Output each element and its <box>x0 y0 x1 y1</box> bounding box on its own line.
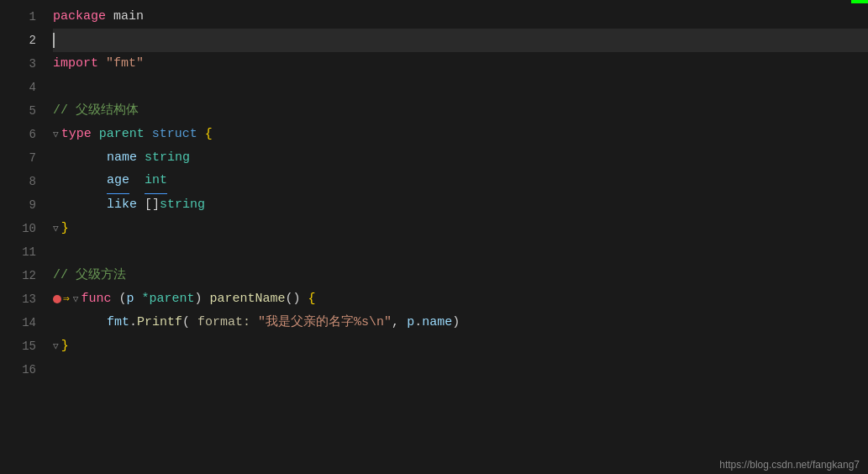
code-line-7: name string <box>53 146 868 170</box>
keyword-type: type <box>61 123 92 146</box>
code-content: package main import "fmt" // 父级结构体 ▽ <box>46 3 868 456</box>
line-num-13: 13 <box>0 287 36 311</box>
type-int: int <box>145 169 167 194</box>
code-editor: 1 2 3 4 5 6 7 8 9 10 11 12 13 14 15 16 p… <box>0 0 868 474</box>
watermark-text: https://blog.csdn.net/fangkang7 <box>719 459 860 471</box>
field-name: name <box>107 146 137 170</box>
space <box>98 52 106 76</box>
code-line-15: ▽ } <box>53 334 868 358</box>
type-string-like: string <box>160 193 205 217</box>
space <box>203 287 210 311</box>
param-p-name: p <box>407 311 414 334</box>
pkg-fmt: fmt <box>107 311 129 334</box>
line-num-8: 8 <box>0 170 36 193</box>
keyword-package: package <box>53 5 106 29</box>
line-num-10: 10 <box>0 217 36 240</box>
string-fmt: "fmt" <box>106 52 144 76</box>
line-numbers: 1 2 3 4 5 6 7 8 9 10 11 12 13 14 15 16 <box>0 3 46 456</box>
keyword-func: func <box>81 287 111 311</box>
line-num-2: 2 <box>0 29 36 52</box>
label-format: format: <box>197 311 250 334</box>
space <box>137 193 145 217</box>
code-line-1: package main <box>53 5 868 29</box>
line-num-1: 1 <box>0 5 36 29</box>
space <box>137 146 145 170</box>
dot2: . <box>414 311 422 334</box>
field-age: age <box>107 169 129 194</box>
code-area[interactable]: 1 2 3 4 5 6 7 8 9 10 11 12 13 14 15 16 p… <box>0 3 868 456</box>
string-format-val: "我是父亲的名字%s\n" <box>258 311 392 334</box>
comment-method: // 父级方法 <box>53 264 126 287</box>
open-brace-struct: { <box>205 123 213 146</box>
open-brace-func: { <box>308 287 316 311</box>
fold-icon-close: ▽ <box>53 217 59 240</box>
line-num-5: 5 <box>0 99 36 123</box>
spaces <box>129 170 145 193</box>
breakpoint-13: ⇒ <box>53 287 70 311</box>
method-printf: Printf <box>137 311 182 334</box>
code-line-8: age int <box>53 170 868 193</box>
space <box>92 123 99 146</box>
type-parent-ref: parent <box>150 287 195 311</box>
space <box>134 287 142 311</box>
type-parent: parent <box>99 123 145 146</box>
space <box>197 123 205 146</box>
fold-icon-func-close: ▽ <box>53 334 59 358</box>
code-line-6: ▽ type parent struct { <box>53 123 868 146</box>
line-num-3: 3 <box>0 52 36 76</box>
text-cursor <box>53 33 55 48</box>
bottom-bar: https://blog.csdn.net/fangkang7 <box>0 456 868 474</box>
param-p: p <box>126 287 134 311</box>
close-paren: ) <box>195 287 203 311</box>
open-paren: ( <box>182 311 197 334</box>
code-line-4 <box>53 76 868 99</box>
code-line-2 <box>53 29 868 52</box>
fold-icon-func: ▽ <box>73 287 79 311</box>
close-brace-struct: } <box>61 217 69 240</box>
code-line-13: ⇒ ▽ func ( p * parent ) parentName () { <box>53 287 868 311</box>
dot: . <box>129 311 137 334</box>
fold-icon-struct: ▽ <box>53 123 59 146</box>
line-num-7: 7 <box>0 146 36 170</box>
slice-bracket: [] <box>145 193 160 217</box>
comment-struct: // 父级结构体 <box>53 99 139 123</box>
line-num-11: 11 <box>0 240 36 264</box>
code-line-10: ▽ } <box>53 217 868 240</box>
space: ( <box>111 287 126 311</box>
code-line-11 <box>53 240 868 264</box>
keyword-struct: struct <box>152 123 197 146</box>
type-string: string <box>145 146 190 170</box>
code-line-16 <box>53 358 868 382</box>
line-num-14: 14 <box>0 311 36 334</box>
code-line-12: // 父级方法 <box>53 264 868 287</box>
keyword-import: import <box>53 52 98 76</box>
func-parentname: parentName <box>210 287 286 311</box>
line-num-15: 15 <box>0 334 36 358</box>
code-line-5: // 父级结构体 <box>53 99 868 123</box>
space <box>250 311 258 334</box>
comma: , <box>392 311 407 334</box>
code-line-9: like [] string <box>53 193 868 217</box>
line-num-4: 4 <box>0 76 36 99</box>
func-parens: () <box>286 287 308 311</box>
code-line-3: import "fmt" <box>53 52 868 76</box>
field-name-access: name <box>422 311 452 334</box>
bp-dot <box>53 295 61 303</box>
line-num-12: 12 <box>0 264 36 287</box>
line-num-6: 6 <box>0 123 36 146</box>
close-paren2: ) <box>452 311 460 334</box>
space: main <box>106 5 144 29</box>
field-like: like <box>107 193 137 217</box>
star-pointer: * <box>142 287 150 311</box>
code-line-14: fmt . Printf ( format: "我是父亲的名字%s\n" , p… <box>53 311 868 334</box>
close-brace-func: } <box>61 334 69 358</box>
space <box>145 123 152 146</box>
line-num-9: 9 <box>0 193 36 217</box>
line-num-16: 16 <box>0 358 36 382</box>
bp-arrow: ⇒ <box>63 287 70 311</box>
